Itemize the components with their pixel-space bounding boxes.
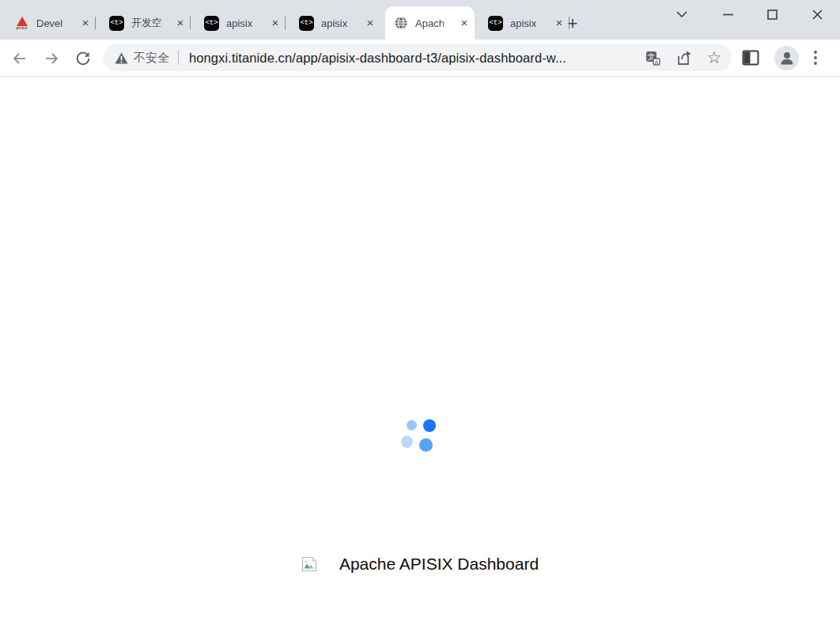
avatar — [774, 46, 799, 70]
url-text[interactable]: hongxi.titanide.cn/app/apisix-dashboard-… — [189, 51, 631, 66]
tab-close-icon[interactable]: × — [457, 16, 471, 30]
tab-apisix-1[interactable]: <t> apisix × — [196, 6, 286, 40]
page-content: Apache APISIX Dashboard — [0, 77, 840, 644]
tab-devel[interactable]: APISIX Devel × — [6, 6, 96, 40]
minimize-button[interactable] — [711, 2, 744, 27]
tab-kaifa[interactable]: <t> 开发空 × — [101, 6, 191, 40]
bookmark-star-button[interactable]: ☆ — [705, 48, 724, 67]
titanide-favicon-icon: <t> — [299, 16, 314, 31]
close-window-button[interactable] — [800, 2, 834, 27]
tab-label: apisix — [226, 17, 267, 29]
tab-search-chevron-button[interactable] — [665, 2, 698, 27]
tab-close-icon[interactable]: × — [363, 16, 377, 30]
profile-button[interactable] — [774, 40, 799, 76]
tab-label: 开发空 — [131, 16, 172, 30]
back-arrow-icon — [11, 50, 28, 67]
browser-toolbar: 不安全 hongxi.titanide.cn/app/apisix-dashbo… — [0, 40, 840, 76]
browser-menu-button[interactable] — [814, 40, 817, 76]
share-icon — [675, 49, 692, 66]
not-secure-label: 不安全 — [134, 51, 169, 66]
broken-image-icon — [301, 556, 317, 572]
titanide-favicon-icon: <t> — [488, 16, 503, 31]
translate-button[interactable]: 文 A — [643, 48, 662, 67]
reload-button[interactable] — [73, 48, 93, 69]
chevron-down-icon — [676, 11, 687, 17]
share-button[interactable] — [674, 48, 693, 67]
new-tab-button[interactable]: + — [562, 13, 584, 35]
translate-icon: 文 A — [645, 50, 661, 66]
tab-label: apisix — [321, 17, 361, 29]
tab-label: Apach — [415, 17, 456, 29]
back-button[interactable] — [9, 48, 30, 69]
maximize-button[interactable] — [755, 2, 789, 27]
spinner-dot — [407, 420, 417, 430]
tab-label: Devel — [36, 17, 77, 29]
apisix-logo-icon: APISIX — [14, 16, 29, 31]
browser-tab-strip: APISIX Devel × <t> 开发空 × <t> apisix × <t… — [0, 0, 840, 40]
address-bar[interactable]: 不安全 hongxi.titanide.cn/app/apisix-dashbo… — [103, 44, 732, 71]
tab-apisix-3[interactable]: <t> apisix × — [480, 6, 569, 40]
kebab-menu-icon — [814, 51, 817, 65]
omnibox-divider — [178, 51, 179, 65]
close-icon — [812, 9, 823, 20]
reload-icon — [74, 50, 92, 67]
minimize-icon — [723, 13, 733, 16]
apisix-triangle — [17, 17, 28, 26]
page-title: Apache APISIX Dashboard — [339, 555, 539, 574]
forward-arrow-icon — [43, 50, 60, 67]
tab-label: apisix — [510, 17, 551, 29]
spinner-dot — [423, 419, 436, 432]
not-secure-warning-icon — [115, 52, 128, 64]
tab-apisix-2[interactable]: <t> apisix × — [291, 6, 380, 40]
globe-icon — [393, 16, 408, 31]
maximize-icon — [767, 9, 778, 20]
forward-button[interactable] — [41, 48, 62, 69]
loading-spinner — [399, 418, 438, 456]
svg-text:A: A — [654, 59, 658, 65]
brand-row: Apache APISIX Dashboard — [0, 555, 840, 574]
spinner-dot — [419, 438, 433, 452]
tab-close-icon[interactable]: × — [268, 16, 282, 30]
star-icon: ☆ — [707, 49, 722, 66]
tab-close-icon[interactable]: × — [173, 16, 187, 30]
tab-apache-active[interactable]: Apach × — [385, 6, 475, 40]
side-panel-icon — [742, 50, 759, 66]
spinner-dot — [401, 436, 413, 448]
side-panel-button[interactable] — [742, 40, 759, 76]
titanide-favicon-icon: <t> — [109, 16, 124, 31]
titanide-favicon-icon: <t> — [204, 16, 219, 31]
tab-close-icon[interactable]: × — [78, 16, 93, 30]
person-icon — [779, 50, 795, 66]
